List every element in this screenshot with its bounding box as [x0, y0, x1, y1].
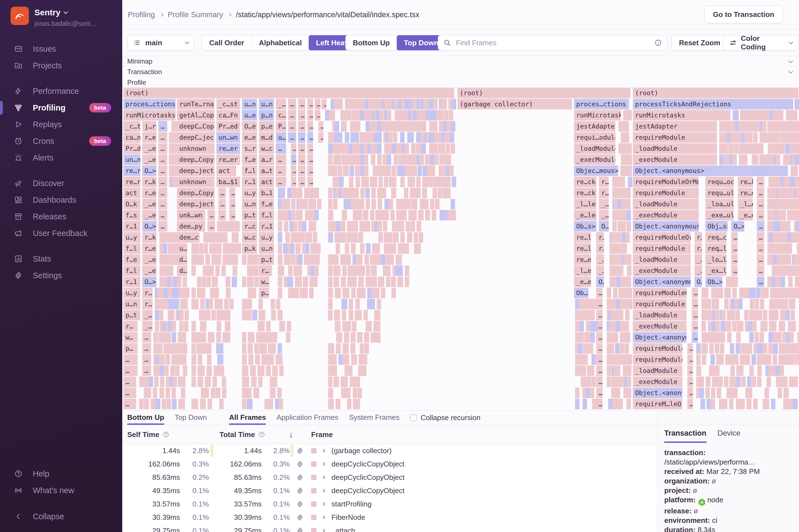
- flame-cell[interactable]: re…e: [738, 188, 753, 198]
- flame-cell-noise[interactable]: [166, 399, 171, 409]
- flame-cell-noise[interactable]: [736, 377, 741, 387]
- sort-option-alphabetical[interactable]: Alphabetical: [252, 35, 309, 50]
- flame-cell-noise[interactable]: [254, 254, 259, 265]
- flame-cell[interactable]: …: [307, 132, 313, 143]
- flame-cell-noise[interactable]: [397, 277, 403, 287]
- flame-cell-noise[interactable]: [439, 110, 444, 120]
- flame-cell-noise[interactable]: [204, 343, 211, 354]
- flame-cell-noise[interactable]: [797, 254, 799, 265]
- flame-cell-noise[interactable]: [215, 288, 219, 298]
- flame-cell-noise[interactable]: [722, 121, 727, 132]
- flame-cell[interactable]: j…r: [142, 121, 157, 132]
- flame-cell-noise[interactable]: [386, 277, 390, 287]
- flame-cell-noise[interactable]: [627, 277, 631, 287]
- flame-cell-noise[interactable]: [199, 254, 204, 265]
- flame-cell[interactable]: un…wn: [217, 132, 240, 143]
- flame-cell-noise[interactable]: [616, 377, 620, 387]
- flame-cell-noise[interactable]: [209, 265, 214, 276]
- flame-cell-noise[interactable]: [358, 365, 367, 376]
- flame-cell-noise[interactable]: [700, 399, 705, 409]
- flame-cell[interactable]: f…e: [242, 154, 257, 165]
- flame-cell-noise[interactable]: [416, 221, 422, 232]
- flame-cell-noise[interactable]: [707, 332, 711, 343]
- flame-cell[interactable]: r…1: [123, 221, 140, 232]
- flame-cell-noise[interactable]: [794, 343, 799, 354]
- tab-system-frames[interactable]: System Frames: [349, 411, 400, 425]
- flame-cell[interactable]: p…n: [259, 110, 274, 120]
- flame-cell-noise[interactable]: [607, 288, 611, 298]
- flame-cell-noise[interactable]: [358, 210, 362, 221]
- flame-cell[interactable]: _ex…le: [705, 265, 726, 276]
- flame-cell-noise[interactable]: [783, 343, 787, 354]
- flame-cell-noise[interactable]: [222, 377, 226, 387]
- flame-cell-noise[interactable]: [209, 299, 213, 309]
- flame-cell-noise[interactable]: [757, 354, 761, 365]
- collapse-recursion-checkbox[interactable]: Collapse recursion: [410, 411, 480, 425]
- flame-cell-noise[interactable]: [377, 143, 382, 154]
- flame-cell-noise[interactable]: [362, 221, 366, 232]
- flame-cell[interactable]: d…: [177, 254, 187, 265]
- flame-cell[interactable]: f…e: [123, 254, 140, 265]
- section-strip-minimap[interactable]: Minimap: [122, 56, 799, 66]
- flame-cell-noise[interactable]: [354, 188, 359, 198]
- flame-cell-noise[interactable]: [286, 199, 290, 209]
- flame-cell-noise[interactable]: [331, 110, 335, 120]
- flame-cell[interactable]: _…e: [142, 254, 157, 265]
- flame-cell-noise[interactable]: [374, 288, 379, 298]
- flame-cell-noise[interactable]: [167, 332, 171, 343]
- flame-cell[interactable]: …: [307, 176, 313, 187]
- flame-cell-noise[interactable]: [452, 99, 456, 109]
- flame-cell-noise[interactable]: [751, 288, 756, 298]
- flame-cell-noise[interactable]: [278, 288, 282, 298]
- flame-cell-noise[interactable]: [385, 199, 389, 209]
- frame-name-cell[interactable]: ›_attach: [307, 524, 355, 532]
- flame-cell-noise[interactable]: [271, 310, 276, 320]
- flame-cell-noise[interactable]: [785, 310, 790, 320]
- flame-cell-noise[interactable]: [607, 299, 611, 309]
- flame-cell[interactable]: p…t: [259, 254, 274, 265]
- flame-cell-noise[interactable]: [158, 343, 163, 354]
- flame-cell-noise[interactable]: [723, 132, 727, 143]
- flame-cell-noise[interactable]: [613, 288, 618, 298]
- flame-cell-noise[interactable]: [298, 277, 302, 287]
- flame-cell-noise[interactable]: [446, 176, 451, 187]
- flame-cell[interactable]: requireModule: [633, 188, 699, 198]
- flame-cell-noise[interactable]: [278, 277, 282, 287]
- flame-cell-noise[interactable]: [205, 377, 211, 387]
- flame-cell-noise[interactable]: [716, 321, 720, 331]
- flame-cell-noise[interactable]: [753, 132, 758, 143]
- flame-cell-noise[interactable]: [446, 143, 450, 154]
- flame-cell-noise[interactable]: [175, 288, 180, 298]
- flame-cell-noise[interactable]: [696, 343, 701, 354]
- flame-cell-noise[interactable]: [279, 365, 284, 376]
- flame-cell[interactable]: unk…wn: [177, 210, 205, 221]
- flame-cell[interactable]: …: [307, 166, 313, 176]
- flame-cell-noise[interactable]: [338, 166, 342, 176]
- flame-cell-noise[interactable]: [394, 99, 399, 109]
- flame-cell[interactable]: …: [123, 399, 136, 409]
- flame-cell[interactable]: f…l: [123, 243, 140, 254]
- flame-cell[interactable]: requ…ock: [705, 176, 734, 187]
- flame-cell-noise[interactable]: [793, 110, 797, 120]
- flame-cell[interactable]: …: [687, 399, 693, 409]
- flame-cell[interactable]: …: [291, 154, 296, 165]
- sidebar-item-releases[interactable]: Releases: [0, 208, 122, 225]
- breadcrumb-profile-summary[interactable]: Profile Summary: [168, 11, 223, 19]
- flame-cell-noise[interactable]: [225, 321, 230, 331]
- flame-cell-noise[interactable]: [255, 354, 260, 365]
- flame-cell[interactable]: …: [687, 377, 693, 387]
- flame-cell-noise[interactable]: [333, 277, 339, 287]
- flame-cell-noise[interactable]: [422, 121, 426, 132]
- flame-cell-noise[interactable]: [402, 199, 406, 209]
- flame-cell-noise[interactable]: [364, 154, 368, 165]
- sidebar-item-alerts[interactable]: Alerts: [0, 149, 122, 166]
- flame-cell-noise[interactable]: [174, 254, 178, 265]
- flame-cell-noise[interactable]: [748, 321, 752, 331]
- flame-cell-noise[interactable]: [612, 354, 616, 365]
- flame-cell-noise[interactable]: [429, 143, 434, 154]
- flame-cell-noise[interactable]: [270, 343, 276, 354]
- flame-cell-noise[interactable]: [444, 110, 448, 120]
- flame-cell-noise[interactable]: [229, 299, 234, 309]
- flame-cell[interactable]: …: [298, 132, 305, 143]
- flame-cell-noise[interactable]: [216, 387, 221, 398]
